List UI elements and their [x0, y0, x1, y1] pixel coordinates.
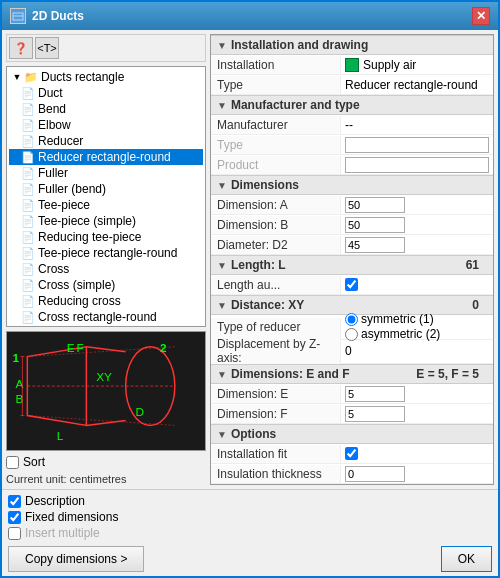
collapse-icon[interactable]: ▼	[217, 429, 227, 440]
type-value: Reducer rectangle-round	[341, 76, 493, 94]
tree-item-ducts-rectangle[interactable]: ▼ 📁 Ducts rectangle	[9, 69, 203, 85]
length-auto-row: Length au...	[211, 275, 493, 295]
dim-a-input[interactable]	[345, 197, 405, 213]
file-icon: 📄	[21, 215, 35, 228]
tree-panel[interactable]: ▼ 📁 Ducts rectangle 📄 Duct 📄 Bend 📄 Elbo…	[6, 66, 206, 327]
list-item[interactable]: 📄 Tee-piece branch	[9, 325, 203, 327]
help-button[interactable]: ❓	[9, 37, 33, 59]
dim-d2-input[interactable]	[345, 237, 405, 253]
supply-air-indicator	[345, 58, 359, 72]
insert-multiple-label: Insert multiple	[25, 526, 100, 540]
list-item[interactable]: 📄 Duct	[9, 85, 203, 101]
list-item[interactable]: 📄 Fuller	[9, 165, 203, 181]
dim-d2-value	[341, 235, 493, 255]
reducer-type-label: Type of reducer	[211, 318, 341, 336]
insulation-label: Insulation thickness	[211, 465, 341, 483]
sort-checkbox[interactable]	[6, 456, 19, 469]
app-icon	[10, 8, 26, 24]
list-item[interactable]: 📄 Reducing tee-piece	[9, 229, 203, 245]
collapse-icon[interactable]: ▼	[217, 260, 227, 271]
buttons-row: Copy dimensions > OK	[8, 546, 492, 572]
reducer-radio-group: symmetric (1) asymmetric (2)	[345, 312, 440, 341]
section-options: ▼ Options	[211, 424, 493, 444]
folder-icon: 📁	[24, 71, 38, 84]
length-auto-label: Length au...	[211, 276, 341, 294]
dim-d2-row: Diameter: D2	[211, 235, 493, 255]
copy-dimensions-button[interactable]: Copy dimensions >	[8, 546, 144, 572]
fixed-dimensions-label: Fixed dimensions	[25, 510, 118, 524]
main-window: 2D Ducts ✕ ❓ <T> ▼ 📁 Ducts rectangle 📄	[0, 0, 500, 578]
file-icon: 📄	[21, 135, 35, 148]
text-button[interactable]: <T>	[35, 37, 59, 59]
mfr-type-input[interactable]	[345, 137, 489, 153]
install-fit-value	[341, 445, 493, 462]
main-content: ❓ <T> ▼ 📁 Ducts rectangle 📄 Duct 📄 Bend	[2, 30, 498, 489]
product-input[interactable]	[345, 157, 489, 173]
ok-button[interactable]: OK	[441, 546, 492, 572]
file-icon: 📄	[21, 151, 35, 164]
dim-e-row: Dimension: E	[211, 384, 493, 404]
insulation-input[interactable]	[345, 466, 405, 482]
collapse-icon[interactable]: ▼	[217, 40, 227, 51]
sort-row: Sort	[6, 455, 206, 469]
list-item[interactable]: 📄 Bend	[9, 101, 203, 117]
insulation-row: Insulation thickness	[211, 464, 493, 484]
section-length: ▼ Length: L 61	[211, 255, 493, 275]
mfr-type-row: Type	[211, 135, 493, 155]
fixed-dimensions-row: Fixed dimensions	[8, 510, 492, 524]
section-manufacturer: ▼ Manufacturer and type	[211, 95, 493, 115]
type-label: Type	[211, 76, 341, 94]
type-row: Type Reducer rectangle-round	[211, 75, 493, 95]
window-title: 2D Ducts	[32, 9, 472, 23]
dim-b-value	[341, 215, 493, 235]
toolbar: ❓ <T>	[6, 34, 206, 62]
dim-b-input[interactable]	[345, 217, 405, 233]
list-item[interactable]: 📄 Cross	[9, 261, 203, 277]
mfr-type-label: Type	[211, 136, 341, 154]
description-label: Description	[25, 494, 85, 508]
file-icon: 📄	[21, 247, 35, 260]
list-item[interactable]: 📄 Tee-piece	[9, 197, 203, 213]
close-button[interactable]: ✕	[472, 7, 490, 25]
symmetric-label: symmetric (1)	[361, 312, 434, 326]
list-item[interactable]: 📄 Tee-piece (simple)	[9, 213, 203, 229]
list-item[interactable]: 📄 Reducing cross	[9, 293, 203, 309]
list-item[interactable]: 📄 Cross rectangle-round	[9, 309, 203, 325]
list-item[interactable]: 📄 Tee-piece rectangle-round	[9, 245, 203, 261]
insert-multiple-row: Insert multiple	[8, 526, 492, 540]
displacement-row: Displacement by Z-axis: 0	[211, 340, 493, 364]
file-icon: 📄	[21, 231, 35, 244]
list-item[interactable]: 📄 Reducer	[9, 133, 203, 149]
section-dimensions: ▼ Dimensions	[211, 175, 493, 195]
dim-b-label: Dimension: B	[211, 216, 341, 234]
list-item[interactable]: 📄 Cross (simple)	[9, 277, 203, 293]
collapse-icon[interactable]: ▼	[217, 180, 227, 191]
list-item[interactable]: 📄 Fuller (bend)	[9, 181, 203, 197]
length-auto-checkbox[interactable]	[345, 278, 358, 291]
description-checkbox[interactable]	[8, 495, 21, 508]
left-panel: ❓ <T> ▼ 📁 Ducts rectangle 📄 Duct 📄 Bend	[6, 34, 206, 485]
install-fit-label: Installation fit	[211, 445, 341, 463]
collapse-icon[interactable]: ▼	[217, 369, 227, 380]
sort-label: Sort	[23, 455, 45, 469]
product-row: Product	[211, 155, 493, 175]
svg-text:F: F	[77, 341, 84, 355]
toggle-icon: ▼	[11, 71, 23, 83]
installation-row: Installation Supply air	[211, 55, 493, 75]
symmetric-radio[interactable]	[345, 313, 358, 326]
install-fit-checkbox[interactable]	[345, 447, 358, 460]
dim-e-input[interactable]	[345, 386, 405, 402]
dim-e-label: Dimension: E	[211, 385, 341, 403]
collapse-icon[interactable]: ▼	[217, 300, 227, 311]
dim-f-value	[341, 404, 493, 424]
svg-text:D: D	[136, 405, 145, 419]
titlebar: 2D Ducts ✕	[2, 2, 498, 30]
manufacturer-label: Manufacturer	[211, 116, 341, 134]
insert-multiple-checkbox[interactable]	[8, 527, 21, 540]
list-item[interactable]: 📄 Elbow	[9, 117, 203, 133]
mfr-type-value	[341, 135, 493, 155]
tree-item-selected[interactable]: 📄 Reducer rectangle-round	[9, 149, 203, 165]
dim-f-input[interactable]	[345, 406, 405, 422]
collapse-icon[interactable]: ▼	[217, 100, 227, 111]
fixed-dimensions-checkbox[interactable]	[8, 511, 21, 524]
